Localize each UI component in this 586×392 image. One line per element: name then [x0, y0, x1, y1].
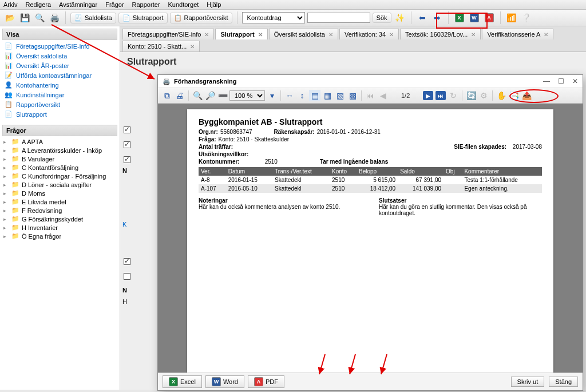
pv-last-icon[interactable]: ⏭	[435, 91, 446, 100]
tab-4[interactable]: Textsök: 160329/Lov...✕	[400, 29, 481, 39]
bg-checkbox-3[interactable]	[124, 156, 130, 163]
pv-next-icon[interactable]: ▶	[423, 91, 433, 100]
word-export-icon[interactable]: W	[468, 11, 481, 24]
visa-item-5[interactable]: 👥Kundinställningar	[2, 90, 117, 100]
search-input[interactable]	[307, 13, 370, 23]
fragor-item-10[interactable]: ▸📁H Inventarier	[2, 223, 117, 232]
zoom-select[interactable]: 100 %	[229, 90, 265, 101]
fragor-item-11[interactable]: ▸📁Ö Egna frågor	[2, 232, 117, 240]
saldolista-button[interactable]: 🧾Saldolista	[70, 13, 116, 23]
pv-fith-icon[interactable]: ↔	[284, 90, 295, 101]
fragor-item-6[interactable]: ▸📁D Moms	[2, 189, 117, 197]
pv-refresh-icon[interactable]: ↻	[448, 90, 459, 101]
menu-rapporter[interactable]: Rapporter	[132, 1, 160, 8]
fragor-item-8[interactable]: ▸📁F Redovisning	[2, 206, 117, 215]
chevron-right-icon[interactable]: ▸	[3, 233, 9, 239]
rss-icon[interactable]: 📶	[505, 11, 518, 24]
tab-close-icon[interactable]: ✕	[544, 31, 548, 38]
word-button[interactable]: WWord	[205, 375, 244, 388]
chevron-right-icon[interactable]: ▸	[3, 139, 9, 145]
pv-page2-icon[interactable]: ▦	[322, 90, 333, 101]
minimize-icon[interactable]: —	[543, 77, 550, 85]
magic-icon[interactable]: ✨	[394, 11, 406, 24]
tab-close-icon[interactable]: ✕	[471, 31, 476, 38]
menu-kundtorget[interactable]: Kundtorget	[168, 1, 199, 8]
menu-avstamningar[interactable]: Avstämningar	[59, 1, 97, 8]
chevron-right-icon[interactable]: ▸	[3, 182, 9, 188]
visa-item-7[interactable]: 📄Slutrapport	[2, 109, 117, 119]
print-icon[interactable]: 🖨️	[48, 11, 61, 24]
fragor-item-3[interactable]: ▸📁C Kontantförsäljning	[2, 163, 117, 172]
pv-zoomdrop-icon[interactable]: ▾	[266, 90, 278, 101]
preview-icon[interactable]: 🔍	[33, 11, 46, 24]
bg-checkbox-4[interactable]	[124, 258, 130, 265]
fragor-item-5[interactable]: ▸📁D Löner - sociala avgifter	[2, 180, 117, 189]
fragor-item-2[interactable]: ▸📁B Varulager	[2, 155, 117, 163]
pv-reload-icon[interactable]: 🔄	[465, 90, 477, 101]
visa-item-4[interactable]: 👤Kontohantering	[2, 80, 117, 90]
visa-item-0[interactable]: 📄Företagsuppgifter/SIE-info	[2, 41, 117, 51]
chevron-right-icon[interactable]: ▸	[3, 165, 9, 171]
bg-checkbox-2[interactable]	[124, 141, 130, 148]
tab-5[interactable]: Verifikationsserie A✕	[482, 29, 553, 39]
close-icon[interactable]: ✕	[572, 77, 578, 85]
pv-page4-icon[interactable]: ▩	[347, 90, 358, 101]
bg-checkbox-1[interactable]	[124, 126, 130, 133]
pv-export-icon[interactable]: 📤	[521, 90, 532, 101]
chevron-right-icon[interactable]: ▸	[3, 156, 9, 162]
chevron-right-icon[interactable]: ▸	[3, 173, 9, 179]
bg-checkbox-5[interactable]	[124, 273, 130, 280]
sok-button[interactable]: Sök	[373, 13, 391, 23]
tab-1[interactable]: Slutrapport✕	[215, 29, 267, 39]
fragor-item-4[interactable]: ▸📁C Kundfordringar - Försäljning	[2, 172, 117, 180]
chevron-right-icon[interactable]: ▸	[3, 208, 9, 213]
visa-item-6[interactable]: 📋Rapportöversikt	[2, 100, 117, 109]
pv-find2-icon[interactable]: 🔎	[204, 90, 216, 101]
tab-close-icon[interactable]: ✕	[204, 31, 209, 38]
save-icon[interactable]: 💾	[18, 11, 31, 24]
fragor-item-1[interactable]: ▸📁A Leverantörsskulder - Inköp	[2, 146, 117, 155]
pv-page1-icon[interactable]: ▤	[309, 90, 320, 101]
menu-redigera[interactable]: Redigera	[25, 1, 51, 8]
tab-3[interactable]: Verifikation: 34✕	[339, 29, 399, 39]
menu-fragor[interactable]: Frågor	[105, 1, 124, 8]
bg-k[interactable]: K	[122, 221, 126, 228]
nav-back-icon[interactable]: ⬅	[416, 11, 429, 24]
menu-arkiv[interactable]: Arkiv	[3, 1, 17, 8]
fragor-item-9[interactable]: ▸📁G Försäkringsskyddet	[2, 215, 117, 223]
print-button[interactable]: Skriv ut	[511, 377, 545, 387]
pv-copy-icon[interactable]: ⧉	[161, 90, 173, 101]
pdf-button[interactable]: APDF	[248, 375, 284, 388]
chevron-right-icon[interactable]: ▸	[3, 191, 9, 196]
rapportoversikt-button[interactable]: 📋Rapportöversikt	[170, 13, 232, 23]
chevron-right-icon[interactable]: ▸	[3, 148, 9, 153]
open-icon[interactable]: 📂	[3, 11, 16, 24]
fragor-item-0[interactable]: ▸📁A APTA	[2, 137, 117, 146]
slutrapport-button[interactable]: 📄Slutrapport	[118, 13, 168, 23]
pv-bookmark-icon[interactable]: 📑	[508, 90, 520, 101]
chevron-right-icon[interactable]: ▸	[3, 216, 9, 222]
excel-button[interactable]: XExcel	[163, 375, 202, 388]
preview-body[interactable]: Byggkompaniet AB - Slutrapport Org.nr:55…	[158, 104, 583, 373]
maximize-icon[interactable]: ☐	[558, 77, 564, 85]
fragor-item-7[interactable]: ▸📁E Likvida medel	[2, 197, 117, 206]
tab-close-icon[interactable]: ✕	[190, 43, 195, 50]
pv-print-icon[interactable]: 🖨	[174, 90, 185, 101]
pv-hand-icon[interactable]: ✋	[496, 90, 507, 101]
chevron-right-icon[interactable]: ▸	[3, 199, 9, 205]
help-icon[interactable]: ❔	[520, 11, 533, 24]
visa-item-1[interactable]: 📊Översikt saldolista	[2, 51, 117, 61]
pv-zoomout-icon[interactable]: ➖	[217, 90, 228, 101]
tab-2[interactable]: Översikt saldolista✕	[269, 29, 338, 39]
pv-prev-icon[interactable]: ◀	[377, 90, 389, 101]
pv-fitv-icon[interactable]: ↕	[296, 90, 308, 101]
tab-close-icon[interactable]: ✕	[389, 31, 394, 38]
menu-hjalp[interactable]: Hjälp	[207, 1, 221, 8]
close-button[interactable]: Stäng	[549, 377, 578, 387]
tab-close-icon[interactable]: ✕	[258, 31, 263, 38]
pdf-export-icon[interactable]: A	[483, 11, 496, 24]
visa-item-3[interactable]: 📝Utförda kontoavstämningar	[2, 70, 117, 80]
nav-fwd-icon[interactable]: ➡	[431, 11, 444, 24]
pv-first-icon[interactable]: ⏮	[365, 90, 376, 101]
pv-gear-icon[interactable]: ⚙	[478, 90, 489, 101]
